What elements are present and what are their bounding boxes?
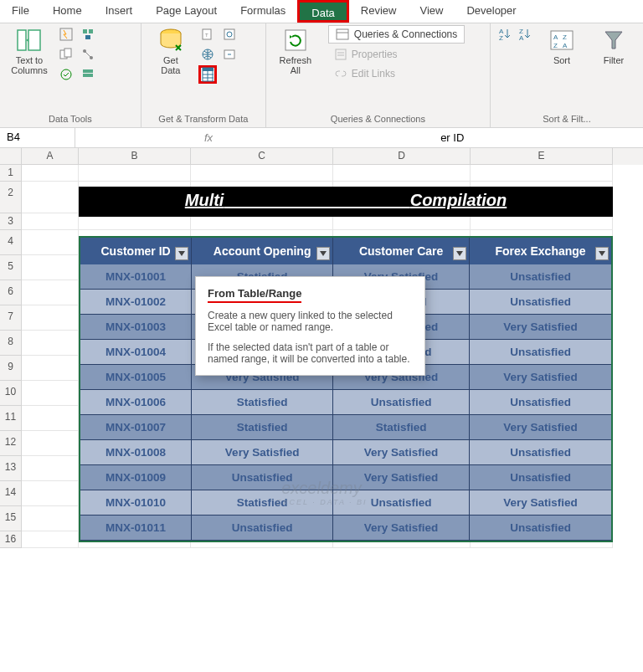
row-header[interactable]: 2: [0, 182, 22, 213]
sort-asc-icon[interactable]: AZ: [496, 25, 514, 44]
table-cell: Very Satisfied: [470, 415, 611, 440]
row-header[interactable]: 11: [0, 406, 22, 431]
sort-label: Sort: [553, 55, 570, 65]
col-header[interactable]: E: [471, 148, 613, 165]
row-header[interactable]: 15: [0, 506, 22, 531]
tab-review[interactable]: Review: [349, 0, 409, 23]
filter-button[interactable]: Filter: [589, 25, 638, 67]
select-all[interactable]: [0, 148, 22, 165]
table-header-cell[interactable]: Customer Care: [333, 238, 470, 264]
col-header[interactable]: C: [191, 148, 333, 165]
table-row[interactable]: MNX-01009UnsatisfiedVery SatisfiedUnsati…: [80, 465, 611, 490]
filter-dropdown-icon[interactable]: [175, 247, 188, 260]
group-get-transform: Get Data T Get & Transform Data: [141, 23, 266, 127]
cell[interactable]: [471, 165, 613, 182]
filter-dropdown-icon[interactable]: [316, 247, 330, 260]
cell[interactable]: [22, 481, 79, 506]
row-header[interactable]: 4: [0, 230, 22, 255]
text-to-columns-button[interactable]: Text to Columns: [5, 25, 54, 77]
svg-text:T: T: [205, 33, 208, 38]
tab-data[interactable]: Data: [297, 0, 348, 23]
row-header[interactable]: 6: [0, 280, 22, 305]
table-row[interactable]: MNX-01011UnsatisfiedVery SatisfiedUnsati…: [80, 516, 611, 541]
cell[interactable]: [22, 280, 79, 305]
table-cell: MNX-01008: [80, 440, 192, 465]
sort-button[interactable]: AZZA Sort: [538, 25, 586, 67]
sort-desc-icon[interactable]: ZA: [516, 25, 534, 44]
filter-dropdown-icon[interactable]: [453, 247, 466, 260]
table-row[interactable]: MNX-01007StatisfiedStatisfiedVery Satisf…: [80, 415, 611, 440]
filter-dropdown-icon[interactable]: [595, 247, 609, 260]
cell[interactable]: [22, 165, 79, 182]
svg-rect-26: [285, 30, 306, 50]
row-header[interactable]: 13: [0, 456, 22, 481]
filter-icon: [600, 27, 627, 54]
row-header[interactable]: 10: [0, 381, 22, 406]
refresh-all-button[interactable]: Refresh All: [271, 25, 320, 77]
row-header[interactable]: 3: [0, 213, 22, 230]
table-cell: Statisfied: [333, 415, 470, 440]
table-row[interactable]: MNX-01006StatisfiedUnsatisfiedUnsatisfie…: [80, 390, 611, 415]
cell[interactable]: [22, 182, 79, 213]
table-header-cell[interactable]: Account Opening: [192, 238, 333, 264]
cell[interactable]: [22, 230, 79, 255]
from-web-icon[interactable]: [198, 45, 217, 64]
table-header-cell[interactable]: Customer ID: [80, 238, 192, 264]
row-header[interactable]: 1: [0, 165, 22, 182]
consolidate-icon[interactable]: [79, 25, 97, 44]
cell[interactable]: [22, 456, 79, 481]
queries-connections-icon: [336, 28, 349, 40]
table-cell: Unsatisfied: [470, 465, 611, 490]
row-header[interactable]: 9: [0, 356, 22, 381]
remove-duplicates-icon[interactable]: [57, 45, 75, 64]
tab-developer[interactable]: Developer: [455, 0, 527, 23]
row-header[interactable]: 5: [0, 255, 22, 280]
col-header[interactable]: A: [22, 148, 79, 165]
cell[interactable]: [22, 255, 79, 280]
row-header[interactable]: 12: [0, 431, 22, 456]
ribbon: Text to Columns Data Tools Get Data: [0, 23, 643, 128]
cell[interactable]: [191, 165, 333, 182]
from-table-range-button[interactable]: [198, 65, 217, 84]
name-box[interactable]: B4: [0, 128, 75, 147]
tab-insert[interactable]: Insert: [94, 0, 145, 23]
cell[interactable]: [22, 506, 79, 531]
data-validation-icon[interactable]: [57, 65, 75, 84]
formula-area[interactable]: fx er ID: [75, 128, 643, 147]
cell[interactable]: [22, 305, 79, 331]
tab-page-layout[interactable]: Page Layout: [144, 0, 229, 23]
svg-rect-7: [89, 29, 93, 33]
get-data-button[interactable]: Get Data: [147, 25, 195, 77]
relationships-icon[interactable]: [79, 45, 97, 64]
row-header[interactable]: 8: [0, 331, 22, 356]
from-text-csv-icon[interactable]: T: [198, 25, 217, 44]
col-header[interactable]: B: [79, 148, 191, 165]
row-header[interactable]: 16: [0, 531, 22, 548]
cell[interactable]: [22, 431, 79, 456]
recent-sources-icon[interactable]: [220, 25, 239, 44]
data-model-icon[interactable]: [79, 65, 97, 84]
cell[interactable]: [22, 381, 79, 406]
cell[interactable]: [22, 406, 79, 431]
cell[interactable]: [22, 331, 79, 356]
table-header-cell[interactable]: Forex Exchange: [470, 238, 611, 264]
tab-home[interactable]: Home: [41, 0, 94, 23]
flash-fill-icon[interactable]: [57, 25, 75, 44]
table-row[interactable]: MNX-01008Very SatisfiedVery SatisfiedUns…: [80, 440, 611, 465]
row-header[interactable]: 14: [0, 481, 22, 506]
tab-file[interactable]: File: [0, 0, 41, 23]
table-cell: Very Satisfied: [470, 365, 611, 390]
cell[interactable]: [79, 165, 191, 182]
queries-connections-button[interactable]: Queries & Connections: [328, 25, 465, 44]
tab-view[interactable]: View: [408, 0, 455, 23]
existing-connections-icon[interactable]: [220, 45, 239, 64]
table-row[interactable]: MNX-01010StatisfiedUnsatisfiedVery Satis…: [80, 490, 611, 516]
col-header[interactable]: D: [333, 148, 471, 165]
table-cell: Unsatisfied: [470, 340, 611, 365]
cell[interactable]: [22, 356, 79, 381]
cell[interactable]: [22, 213, 79, 230]
row-header[interactable]: 7: [0, 305, 22, 331]
cell[interactable]: [333, 165, 471, 182]
tab-formulas[interactable]: Formulas: [229, 0, 297, 23]
cell[interactable]: [22, 531, 79, 548]
